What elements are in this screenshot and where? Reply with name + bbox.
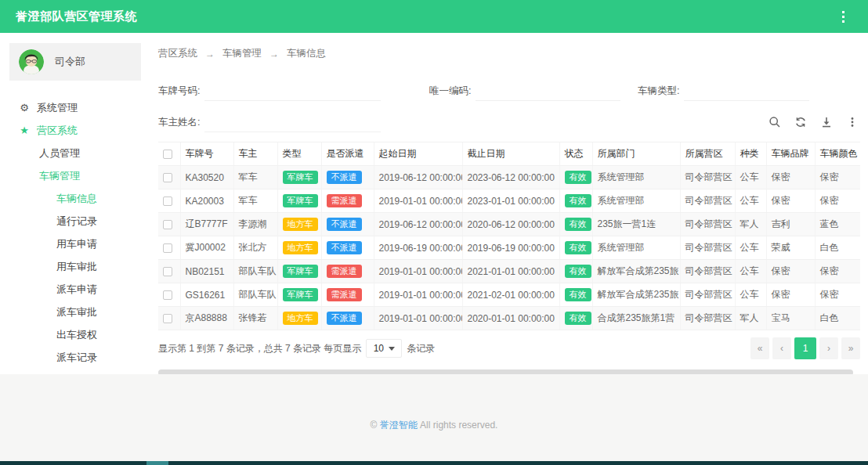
column-header-color[interactable]: 车辆颜色 [815, 142, 860, 166]
column-header-brand[interactable]: 车辆品牌 [766, 142, 815, 166]
page-first-button[interactable]: « [750, 337, 769, 359]
cell-color: 保密 [815, 189, 860, 213]
breadcrumb-item[interactable]: 车辆管理 [222, 47, 262, 60]
caret-down-icon [389, 347, 395, 351]
sidebar-item-4[interactable]: 车辆信息 [0, 187, 153, 210]
column-header-dispatch[interactable]: 是否派遣 [321, 142, 374, 166]
sidebar-item-10[interactable]: 出车授权 [0, 323, 153, 346]
cell-color: 白色 [815, 307, 860, 330]
row-checkbox-cell [158, 213, 180, 236]
table-header-row: 车牌号车主类型是否派遣起始日期截止日期状态所属部门所属营区种类车辆品牌车辆颜色 [158, 142, 860, 166]
sidebar-item-1[interactable]: ★营区系统 [0, 119, 153, 142]
cell-dept: 解放军合成第235旅 [592, 260, 680, 283]
filter-input-plate[interactable] [204, 84, 381, 101]
user-name: 司令部 [55, 55, 85, 69]
sidebar-item-label: 出车授权 [56, 328, 97, 342]
refresh-icon[interactable] [793, 114, 808, 130]
cell-kind: 公车 [735, 283, 766, 307]
main-content: 营区系统 → 车辆管理 → 车辆信息 车牌号码: 唯一编码: 车辆类型: [153, 33, 868, 374]
sidebar-item-5[interactable]: 通行记录 [0, 210, 153, 232]
sidebar-item-label: 系统管理 [37, 101, 78, 115]
column-header-status[interactable]: 状态 [559, 142, 592, 166]
row-checkbox[interactable] [163, 267, 172, 276]
sidebar-item-label: 车辆信息 [56, 192, 97, 206]
cell-status: 有效 [559, 166, 592, 189]
cell-owner: 部队车队 [233, 260, 277, 283]
sidebar-item-label: 派车审批 [56, 305, 97, 319]
bottom-scrollbar-thumb[interactable] [146, 461, 168, 465]
column-header-dept[interactable]: 所属部门 [592, 142, 680, 166]
filter-select-type[interactable] [684, 84, 809, 101]
sidebar-item-3[interactable]: 车辆管理 [0, 164, 153, 187]
row-checkbox[interactable] [163, 314, 172, 323]
copyright-symbol: © [371, 420, 378, 431]
pagination-summary-suffix: 条记录 [407, 342, 435, 355]
column-header-camp[interactable]: 所属营区 [680, 142, 735, 166]
cell-brand: 保密 [766, 166, 815, 189]
page-prev-button[interactable]: ‹ [772, 337, 791, 359]
select-all-checkbox[interactable] [163, 150, 172, 159]
filter-input-owner[interactable] [204, 115, 381, 132]
table-row: KA30520军车军牌车不派遣2019-06-12 00:00:002023-0… [158, 166, 860, 189]
badge-dispatch: 需派遣 [327, 194, 362, 207]
brand-link[interactable]: 誉澄智能 [380, 420, 418, 431]
cell-plate: NB02151 [180, 260, 233, 283]
badge-status: 有效 [565, 312, 591, 325]
column-header-type[interactable]: 类型 [277, 142, 321, 166]
cell-type: 军牌车 [277, 166, 321, 189]
badge-type: 军牌车 [283, 265, 318, 278]
column-header-plate[interactable]: 车牌号 [180, 142, 233, 166]
filter-input-code[interactable] [476, 84, 620, 101]
sidebar-item-8[interactable]: 派车申请 [0, 278, 153, 301]
cell-dispatch: 不派遣 [321, 236, 374, 260]
header-more-icon[interactable] [839, 8, 848, 26]
cell-start: 2019-06-12 00:00:00 [374, 213, 462, 236]
page-size-value: 10 [374, 343, 384, 354]
cell-dept: 解放军合成第235旅 [592, 283, 680, 307]
more-icon[interactable] [844, 114, 860, 130]
cell-end: 2021-01-01 00:00:00 [462, 260, 559, 283]
cell-color: 白色 [815, 236, 860, 260]
row-checkbox-cell [158, 283, 180, 307]
row-checkbox[interactable] [163, 196, 172, 206]
row-checkbox-cell [158, 307, 180, 330]
breadcrumb-item[interactable]: 营区系统 [158, 47, 197, 60]
cell-dispatch: 需派遣 [321, 260, 374, 283]
row-checkbox-cell [158, 166, 180, 189]
sidebar-item-7[interactable]: 用车审批 [0, 255, 153, 278]
sidebar-item-label: 通行记录 [56, 214, 97, 229]
cell-dept: 系统管理部 [592, 236, 680, 260]
sidebar-item-6[interactable]: 用车申请 [0, 232, 153, 255]
cell-color: 蓝色 [815, 213, 860, 236]
page-next-button[interactable]: › [819, 337, 838, 359]
user-card: 司令部 [9, 43, 141, 81]
row-checkbox[interactable] [163, 220, 172, 229]
cell-status: 有效 [559, 260, 592, 283]
row-checkbox-cell [158, 260, 180, 283]
cell-start: 2019-01-01 00:00:00 [374, 260, 462, 283]
column-header-end[interactable]: 截止日期 [462, 142, 559, 166]
page-size-select[interactable]: 10 [366, 339, 402, 358]
cell-color: 保密 [815, 166, 860, 189]
column-header-owner[interactable]: 车主 [233, 142, 277, 166]
row-checkbox[interactable] [163, 173, 172, 182]
table-row: 辽B7777F李源潮地方车不派遣2019-06-12 00:00:002020-… [158, 213, 860, 236]
download-icon[interactable] [819, 114, 834, 130]
sidebar-item-2[interactable]: 人员管理 [0, 142, 153, 164]
column-header-start[interactable]: 起始日期 [374, 142, 462, 166]
sidebar-item-11[interactable]: 派车记录 [0, 346, 153, 369]
footer: © 誉澄智能 All rights reserved. [0, 374, 868, 432]
row-checkbox[interactable] [163, 290, 172, 300]
page-last-button[interactable]: » [841, 337, 860, 359]
column-header-kind[interactable]: 种类 [735, 142, 766, 166]
row-checkbox[interactable] [163, 243, 172, 253]
sidebar-item-0[interactable]: ⚙系统管理 [0, 96, 153, 119]
search-icon[interactable] [767, 114, 783, 130]
cell-camp: 司令部营区 [680, 283, 735, 307]
page-1-button[interactable]: 1 [794, 337, 816, 359]
sidebar-item-9[interactable]: 派车审批 [0, 301, 153, 323]
breadcrumb-item-current[interactable]: 车辆信息 [287, 47, 326, 60]
content-band: 司令部 ⚙系统管理★营区系统人员管理车辆管理车辆信息通行记录用车申请用车审批派车… [0, 33, 868, 374]
cell-owner: 部队车队 [233, 283, 277, 307]
badge-status: 有效 [565, 241, 591, 254]
